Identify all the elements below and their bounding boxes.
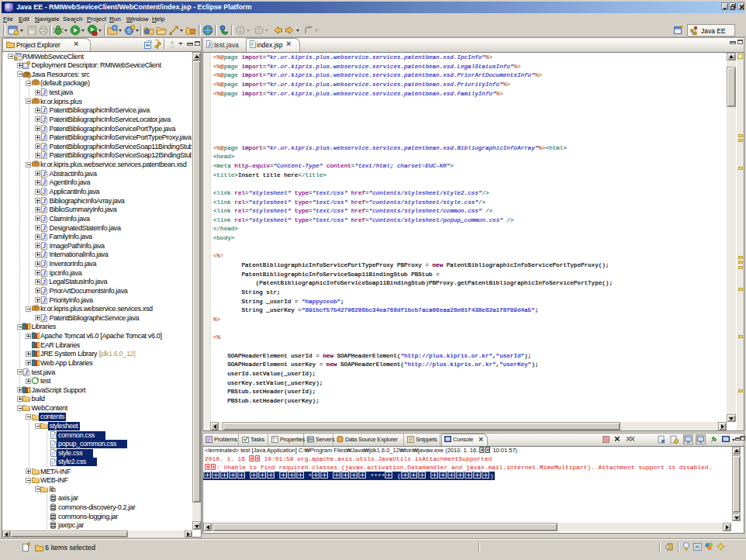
svg-text:J: J <box>208 41 211 48</box>
svg-text:J: J <box>43 225 46 232</box>
svg-text:J: J <box>43 252 46 259</box>
svg-text:J: J <box>43 233 46 240</box>
svg-text:J: J <box>43 89 46 96</box>
svg-text:J: J <box>43 143 46 150</box>
svg-text:J: J <box>43 171 46 178</box>
svg-text:J: J <box>43 179 46 186</box>
svg-text:J: J <box>43 288 46 295</box>
svg-text:J: J <box>43 261 46 268</box>
svg-text:J: J <box>43 297 46 304</box>
svg-text:J: J <box>43 134 46 141</box>
svg-text:J: J <box>43 116 46 123</box>
svg-text:J: J <box>25 369 28 376</box>
svg-text:J: J <box>43 107 46 114</box>
svg-text:J: J <box>43 278 46 285</box>
svg-text:J: J <box>43 315 46 322</box>
svg-text:J: J <box>43 270 46 277</box>
svg-text:J: J <box>43 216 46 223</box>
svg-text:J: J <box>43 206 46 213</box>
svg-text:J: J <box>43 243 46 250</box>
svg-text:J: J <box>43 198 46 205</box>
svg-text:J: J <box>43 188 46 195</box>
svg-text:J: J <box>43 126 46 133</box>
svg-text:J: J <box>43 153 46 160</box>
